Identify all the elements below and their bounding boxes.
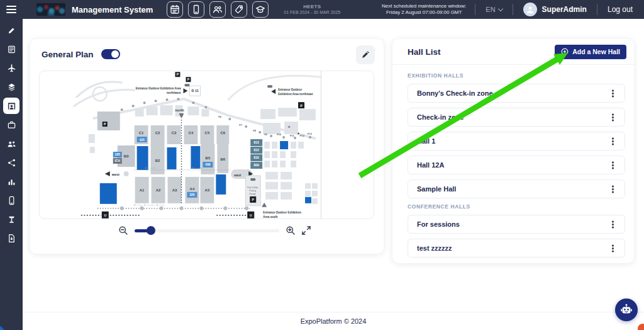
hall-name: For sessions: [417, 220, 608, 228]
fullscreen-icon[interactable]: [302, 226, 311, 235]
direction-label: west: [111, 173, 119, 176]
general-plan-toggle[interactable]: [101, 49, 120, 59]
zoom-slider[interactable]: [135, 229, 279, 232]
user-menu[interactable]: SuperAdmin: [513, 3, 597, 16]
language-selector[interactable]: EN: [475, 6, 512, 13]
calendar-icon[interactable]: [167, 1, 183, 18]
gate-label: F9: [264, 133, 267, 136]
add-new-hall-label: Add a New Hall: [572, 48, 620, 55]
bottom-left-accent: [0, 326, 4, 330]
file-import-icon[interactable]: [3, 230, 19, 246]
kebab-menu-icon[interactable]: [608, 88, 617, 99]
briefcase-icon[interactable]: [3, 117, 19, 133]
event-name: HEETS: [284, 4, 340, 10]
chatbot-icon[interactable]: [615, 299, 638, 321]
lectern-icon[interactable]: [3, 211, 19, 227]
hall-row[interactable]: test zzzzzz: [408, 239, 625, 258]
event-info: HEETS 01 FEB 2024 - 30 MAR 2025: [284, 4, 340, 16]
edit-icon[interactable]: [3, 22, 19, 38]
general-plan-title: General Plan: [42, 50, 94, 59]
zoom-in-icon[interactable]: [286, 225, 296, 236]
top-navbar: Management System HEETS 01 FEB 2024 - 30…: [0, 0, 644, 19]
kebab-menu-icon[interactable]: [608, 159, 617, 171]
event-dates: 01 FEB 2024 - 30 MAR 2025: [284, 10, 340, 16]
hall-label: C4: [189, 131, 194, 135]
garage-label: Park & Ride: [247, 186, 258, 189]
entrance-nw-label: north/west: [167, 91, 181, 94]
gate-label: F8: [253, 129, 256, 132]
maintenance-line1: Next scheduled maintenance window:: [382, 3, 466, 9]
hall-label: B2: [155, 159, 160, 162]
hamburger-menu-icon[interactable]: [0, 0, 23, 19]
hall-row[interactable]: For sessions: [408, 215, 625, 234]
hall-badge: 439: [205, 162, 211, 166]
hall-badge: 809: [254, 163, 260, 167]
travel-icon[interactable]: [3, 60, 19, 76]
kebab-menu-icon[interactable]: [608, 242, 617, 254]
hall-badge: ICH: [114, 159, 120, 162]
floor-plan-map[interactable]: P C1 C2 C3 C4 C5 C6 425 B0 105: [40, 71, 321, 219]
exhibition-stand-icon[interactable]: [3, 98, 19, 114]
pencil-icon: [361, 50, 370, 59]
hall-row[interactable]: Check-in zone: [408, 108, 625, 127]
hall-label: C2: [155, 131, 160, 135]
hall-label: C3: [172, 131, 177, 135]
mobile-icon[interactable]: [3, 192, 19, 208]
hall-row[interactable]: Hall 12A: [408, 156, 625, 174]
zoom-slider-handle[interactable]: [147, 226, 155, 235]
logout-button[interactable]: Log out: [597, 5, 644, 14]
direction-label: north: [175, 108, 184, 112]
gate-label: F6: [218, 115, 221, 118]
hall-label: C5: [205, 131, 210, 135]
smartphone-icon[interactable]: [188, 1, 204, 18]
kebab-menu-icon[interactable]: [608, 135, 617, 147]
analytics-icon[interactable]: [3, 173, 19, 190]
hall-name: Hall 12A: [417, 161, 608, 169]
add-new-hall-button[interactable]: Add a New Hall: [555, 45, 626, 59]
registration-form-icon[interactable]: [3, 41, 19, 57]
general-plan-card: General Plan: [30, 39, 384, 254]
gate-label: F7: [239, 123, 242, 127]
atrium-label: A t r i u m: [145, 167, 155, 169]
main-content: General Plan: [23, 19, 644, 330]
section-label-exhibition: EXHIBITION HALLS: [408, 72, 625, 79]
team-icon[interactable]: [3, 135, 19, 152]
garage-label: Parking: [249, 190, 256, 192]
hall-label: A2: [156, 188, 161, 192]
gate-label: F12: [300, 134, 305, 137]
gate-label: F13: [308, 132, 313, 135]
share-icon[interactable]: [3, 154, 19, 171]
floor-plan-container: P C1 C2 C3 C4 C5 C6 425 B0 105: [39, 71, 374, 219]
hall-badge: 425: [139, 138, 145, 142]
tags-icon[interactable]: [3, 79, 19, 95]
hall-row[interactable]: Hall 1: [408, 132, 625, 151]
kebab-menu-icon[interactable]: [608, 111, 617, 123]
maintenance-notice: Next scheduled maintenance window: Frida…: [382, 3, 466, 16]
education-icon[interactable]: [252, 1, 269, 18]
entrance-south-label: Area south: [263, 215, 278, 219]
hall-label: B5: [206, 156, 211, 160]
general-plan-header: General Plan: [30, 39, 384, 59]
atrium-label: A t r i u m: [192, 167, 202, 169]
direction-label: east: [234, 173, 241, 177]
entrance-south-label: Entrance Outdoor Exhibition: [263, 211, 301, 214]
hall-row[interactable]: Sample Hall: [408, 179, 625, 198]
attendees-icon[interactable]: [209, 1, 226, 18]
maintenance-line2: Friday 2 August 07:00-09:00 GMT: [382, 9, 466, 16]
tag-icon[interactable]: [231, 1, 247, 18]
entrance-ne-label: Exhibition Area north/east: [278, 93, 313, 96]
hall-badge: 105: [115, 152, 121, 156]
hall-label: B6: [221, 157, 226, 161]
kebab-menu-icon[interactable]: [608, 219, 617, 230]
edit-plan-button[interactable]: [356, 45, 375, 64]
hall-label: A3: [172, 188, 177, 192]
kebab-menu-icon[interactable]: [608, 183, 617, 195]
hall-name: Sample Hall: [417, 185, 608, 193]
hall-label: C6: [221, 131, 226, 135]
gate-label: D 11: [191, 89, 198, 93]
bottom-right-accent: [638, 324, 644, 330]
entrance-ne-label: Entrance Outdoor: [278, 88, 302, 91]
hall-badge: 326: [189, 193, 195, 196]
zoom-out-icon[interactable]: [118, 225, 128, 236]
hall-row[interactable]: Bonny's Check-in zone: [408, 84, 625, 103]
